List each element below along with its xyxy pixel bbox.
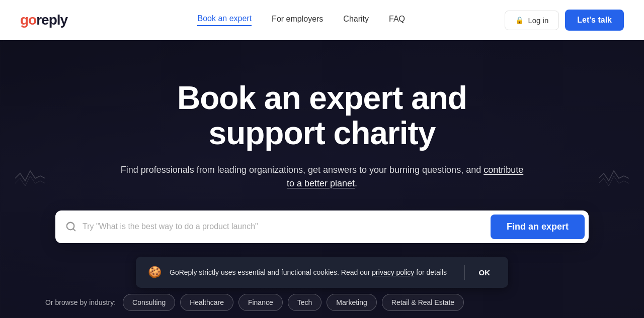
hero-section: Book an expert and support charity Find … xyxy=(0,40,644,318)
hero-content: Book an expert and support charity Find … xyxy=(96,80,548,210)
nav-for-employers[interactable]: For employers xyxy=(272,15,323,26)
svg-line-1 xyxy=(73,229,75,231)
industry-tag-retail[interactable]: Retail & Real Estate xyxy=(382,294,464,311)
search-container: Find an expert xyxy=(55,210,589,243)
hero-title: Book an expert and support charity xyxy=(116,80,528,151)
navbar: goreply Book an expert For employers Cha… xyxy=(0,0,644,40)
industry-tag-consulting[interactable]: Consulting xyxy=(123,294,175,311)
industry-tag-healthcare[interactable]: Healthcare xyxy=(180,294,233,311)
logo-reply: reply xyxy=(36,12,67,28)
hero-subtitle: Find professionals from leading organiza… xyxy=(116,163,528,190)
logo-go: go xyxy=(20,12,36,28)
cookie-ok-button[interactable]: OK xyxy=(473,266,497,279)
cookie-privacy-link[interactable]: privacy policy xyxy=(372,268,414,276)
nav-book-expert[interactable]: Book an expert xyxy=(197,14,252,26)
cookie-text: GoReply strictly uses essential and func… xyxy=(170,268,456,276)
lets-talk-button[interactable]: Let's talk xyxy=(565,10,624,31)
nav-right: 🔒 Log in Let's talk xyxy=(505,10,624,31)
cookie-divider xyxy=(464,265,465,280)
nav-faq[interactable]: FAQ xyxy=(389,15,405,26)
login-label: Log in xyxy=(528,16,548,25)
cookie-text-before: GoReply strictly uses essential and func… xyxy=(170,268,372,276)
nav-charity[interactable]: Charity xyxy=(343,15,369,26)
industry-tag-marketing[interactable]: Marketing xyxy=(327,294,376,311)
waveform-left xyxy=(15,163,45,195)
logo[interactable]: goreply xyxy=(20,12,67,28)
hero-subtitle-after: . xyxy=(355,178,357,188)
login-button[interactable]: 🔒 Log in xyxy=(505,11,559,30)
search-input[interactable] xyxy=(83,218,491,235)
waveform-right xyxy=(599,163,629,195)
nav-links: Book an expert For employers Charity FAQ xyxy=(98,14,505,26)
industry-label: Or browse by industry: xyxy=(45,298,116,306)
cookie-banner: 🍪 GoReply strictly uses essential and fu… xyxy=(136,257,508,288)
find-expert-button[interactable]: Find an expert xyxy=(491,215,585,239)
lock-icon: 🔒 xyxy=(515,16,524,24)
cookie-icon: 🍪 xyxy=(148,266,162,279)
hero-subtitle-before: Find professionals from leading organiza… xyxy=(121,165,484,175)
search-icon xyxy=(65,221,76,232)
industry-tag-finance[interactable]: Finance xyxy=(238,294,283,311)
industry-bar: Or browse by industry: Consulting Health… xyxy=(0,287,644,318)
industry-tag-tech[interactable]: Tech xyxy=(288,294,322,311)
cookie-text-after: for details xyxy=(414,268,447,276)
